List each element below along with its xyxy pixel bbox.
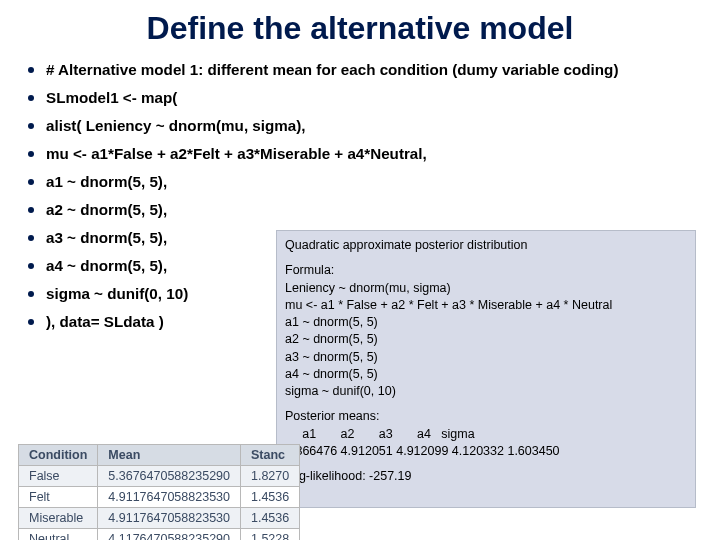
output-postmeans-label: Posterior means: xyxy=(285,408,687,425)
bullet-item: SLmodel1 <- map( xyxy=(28,87,698,109)
table-header: Mean xyxy=(98,445,241,466)
bullet-dot-icon xyxy=(28,151,34,157)
bullet-text: a1 ~ dnorm(5, 5), xyxy=(46,171,167,193)
output-formula-line: sigma ~ dunif(0, 10) xyxy=(285,383,687,400)
bullet-text: # Alternative model 1: different mean fo… xyxy=(46,59,618,81)
bullet-dot-icon xyxy=(28,67,34,73)
bullet-dot-icon xyxy=(28,235,34,241)
table-cell: Felt xyxy=(19,487,98,508)
output-loglik: Log-likelihood: -257.19 xyxy=(285,468,687,485)
table-cell: Miserable xyxy=(19,508,98,529)
slide-title: Define the alternative model xyxy=(0,0,720,53)
bullet-dot-icon xyxy=(28,319,34,325)
bullet-text: SLmodel1 <- map( xyxy=(46,87,177,109)
bullet-item: a1 ~ dnorm(5, 5), xyxy=(28,171,698,193)
output-formula-line: mu <- a1 * False + a2 * Felt + a3 * Mise… xyxy=(285,297,687,314)
table-cell: 1.5228 xyxy=(240,529,299,541)
bullet-dot-icon xyxy=(28,179,34,185)
bullet-dot-icon xyxy=(28,263,34,269)
bullet-dot-icon xyxy=(28,291,34,297)
bullet-text: a2 ~ dnorm(5, 5), xyxy=(46,199,167,221)
bullet-item: # Alternative model 1: different mean fo… xyxy=(28,59,698,81)
output-title: Quadratic approximate posterior distribu… xyxy=(285,237,687,254)
bullet-text: a4 ~ dnorm(5, 5), xyxy=(46,255,167,277)
bullet-dot-icon xyxy=(28,95,34,101)
table-cell: 1.8270 xyxy=(240,466,299,487)
output-formula-line: Leniency ~ dnorm(mu, sigma) xyxy=(285,280,687,297)
bullet-text: ), data= SLdata ) xyxy=(46,311,164,333)
console-output-box: Quadratic approximate posterior distribu… xyxy=(276,230,696,508)
table-cell: 1.4536 xyxy=(240,487,299,508)
bullet-item: a2 ~ dnorm(5, 5), xyxy=(28,199,698,221)
bullet-text: mu <- a1*False + a2*Felt + a3*Miserable … xyxy=(46,143,427,165)
table-row: Miserable 4.9117647058823530 1.4536 xyxy=(19,508,300,529)
output-formula-label: Formula: xyxy=(285,262,687,279)
bullet-text: alist( Leniency ~ dnorm(mu, sigma), xyxy=(46,115,306,137)
table-cell: False xyxy=(19,466,98,487)
bullet-dot-icon xyxy=(28,207,34,213)
bullet-text: sigma ~ dunif(0, 10) xyxy=(46,283,188,305)
table-cell: 4.9117647058823530 xyxy=(98,487,241,508)
bullet-item: alist( Leniency ~ dnorm(mu, sigma), xyxy=(28,115,698,137)
table-header-row: Condition Mean Stanc xyxy=(19,445,300,466)
table-cell: 4.9117647058823530 xyxy=(98,508,241,529)
table-row: Neutral 4.1176470588235290 1.5228 xyxy=(19,529,300,541)
table-header: Stanc xyxy=(240,445,299,466)
table-cell: 4.1176470588235290 xyxy=(98,529,241,541)
output-prompt: > xyxy=(285,485,687,502)
table-header: Condition xyxy=(19,445,98,466)
table-cell: Neutral xyxy=(19,529,98,541)
output-formula-line: a2 ~ dnorm(5, 5) xyxy=(285,331,687,348)
data-table: Condition Mean Stanc False 5.36764705882… xyxy=(18,444,300,540)
table-row: Felt 4.9117647058823530 1.4536 xyxy=(19,487,300,508)
output-formula-line: a4 ~ dnorm(5, 5) xyxy=(285,366,687,383)
table-cell: 5.3676470588235290 xyxy=(98,466,241,487)
output-postmeans-header: a1 a2 a3 a4 sigma xyxy=(285,426,687,443)
bullet-item: mu <- a1*False + a2*Felt + a3*Miserable … xyxy=(28,143,698,165)
output-formula-line: a1 ~ dnorm(5, 5) xyxy=(285,314,687,331)
bullet-text: a3 ~ dnorm(5, 5), xyxy=(46,227,167,249)
bullet-dot-icon xyxy=(28,123,34,129)
output-postmeans-values: 5.366476 4.912051 4.912099 4.120332 1.60… xyxy=(285,443,687,460)
table-row: False 5.3676470588235290 1.8270 xyxy=(19,466,300,487)
slide: Define the alternative model # Alternati… xyxy=(0,0,720,540)
output-formula-line: a3 ~ dnorm(5, 5) xyxy=(285,349,687,366)
table-cell: 1.4536 xyxy=(240,508,299,529)
